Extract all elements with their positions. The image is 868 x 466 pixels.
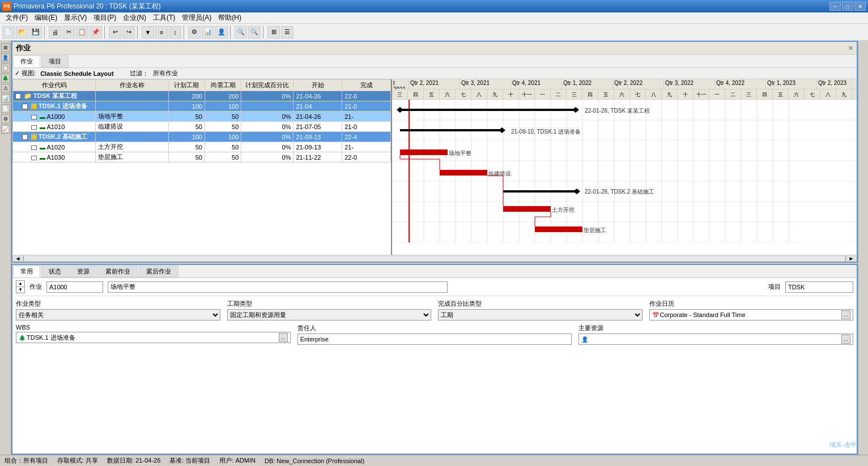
title-bar-controls[interactable]: ─ □ ✕ — [829, 2, 866, 11]
expand-tdsk1[interactable]: − — [22, 104, 28, 109]
tb-copy[interactable]: 📋 — [76, 26, 88, 39]
tb-redo[interactable]: ↪ — [122, 26, 135, 39]
tb-zoom-in[interactable]: 🔍 — [235, 26, 247, 39]
tb-cut[interactable]: ✂ — [62, 26, 75, 39]
duration-type-select[interactable]: 固定工期和资源用量 — [227, 309, 432, 320]
expand-tdsk2[interactable]: − — [22, 134, 28, 140]
month-col: 三 — [741, 89, 757, 99]
cell-rem: 50 — [205, 152, 241, 163]
sidebar-prefs[interactable]: ⚙ — [1, 114, 10, 123]
menu-tools[interactable]: 工具(T) — [150, 12, 178, 24]
calendar-value: Corporate - Standard Full Time — [660, 311, 841, 318]
table-row[interactable]: ▬ A1000 场地平整 50 50 0% 21-04-26 21- — [13, 112, 391, 122]
wbs-label: WBS — [16, 324, 291, 331]
btab-general[interactable]: 常用 — [13, 266, 40, 277]
cell-dur: 50 — [168, 122, 205, 132]
menu-file[interactable]: 文件(F) — [2, 12, 31, 24]
nav-down-icon: ▼ — [16, 287, 24, 293]
cell-name: 垫层施工 — [96, 152, 169, 163]
h-scrollbar[interactable]: ◄ ► — [12, 255, 857, 262]
activity-window-close[interactable]: ✕ — [848, 45, 853, 52]
cell-code: ▬ A1010 — [13, 122, 96, 132]
tb-rows[interactable]: ☰ — [281, 26, 293, 39]
tb-undo[interactable]: ↩ — [109, 26, 121, 39]
table-row[interactable]: − ▣ TDSK.1 进场准备 100 100 21-04 21-0 — [13, 101, 391, 112]
cell-rem: 100 — [205, 101, 241, 112]
table-row[interactable]: ▬ A1030 垫层施工 50 50 0% 21-11-22 22-0 — [13, 152, 391, 163]
scroll-right[interactable]: ► — [845, 255, 857, 262]
tb-schedule[interactable]: ⚙ — [188, 26, 201, 39]
pct-type-select-row: 工期 — [438, 309, 643, 320]
sidebar-reports[interactable]: 📋 — [1, 63, 10, 72]
table-row[interactable]: ▬ A1010 临建搭设 50 50 0% 21-07-05 21-0 — [13, 122, 391, 132]
tb-level[interactable]: 📊 — [202, 26, 214, 39]
tb-new[interactable]: 📄 — [2, 26, 15, 39]
gantt-label-a1030: 垫层施工 — [584, 227, 606, 233]
btab-successors[interactable]: 紧后作业 — [139, 266, 178, 277]
form-item-duration-type: 工期类型 固定工期和资源用量 — [227, 300, 432, 320]
month-col: 八 — [820, 89, 836, 99]
tb-paste[interactable]: 📌 — [90, 26, 102, 39]
table-row[interactable]: − ▣ TDSK.2 基础施工 100 100 0% 21-09-13 22-4 — [13, 132, 391, 142]
sidebar-activities[interactable]: ⊞ — [1, 43, 10, 52]
menu-view[interactable]: 显示(V) — [61, 12, 90, 24]
activity-code-input[interactable] — [46, 281, 103, 293]
milestone-tdsk1-end — [499, 127, 505, 133]
calendar-browse-btn[interactable]: ... — [841, 310, 850, 319]
menu-enterprise[interactable]: 企业(N) — [120, 12, 150, 24]
expand-tdsk[interactable]: − — [15, 93, 21, 99]
tb-sep1 — [44, 26, 46, 39]
tb-open[interactable]: 📂 — [16, 26, 28, 39]
month-col: 二 — [725, 89, 741, 99]
activity-type-select[interactable]: 任务相关 — [16, 309, 220, 320]
scroll-track[interactable] — [25, 256, 844, 260]
menu-project[interactable]: 项目(P) — [90, 12, 120, 24]
menu-admin[interactable]: 管理员(A) — [178, 12, 215, 24]
sidebar-wbs[interactable]: 🌲 — [1, 74, 10, 83]
tb-group[interactable]: ≡ — [155, 26, 168, 39]
table-row[interactable]: − 📁 TDSK 某某工程 200 200 0% 21-04-26 22-0 — [13, 91, 391, 101]
table-row[interactable]: ▬ A1020 土方开挖 50 50 0% 21-09-13 21- — [13, 142, 391, 152]
menu-edit[interactable]: 编辑(E) — [31, 12, 61, 24]
tab-activity[interactable]: 作业 — [13, 55, 40, 67]
tb-cols[interactable]: ⊞ — [267, 26, 280, 39]
btab-resources[interactable]: 资源 — [70, 266, 97, 277]
sidebar-track[interactable]: 📈 — [1, 125, 10, 134]
tb-zoom-out[interactable]: 🔍 — [248, 26, 261, 39]
gantt-section: t 2021 Qtr 2, 2021 Qtr 3, 2021 Qtr 4, 20… — [392, 79, 857, 255]
cell-rem: 200 — [205, 91, 241, 101]
sidebar-risks[interactable]: 📊 — [1, 94, 10, 103]
view-label: ✓ 视图: — [15, 69, 36, 78]
tb-filter[interactable]: ▼ — [142, 26, 154, 39]
activity-window: 作业 ✕ 作业 项目 ✓ 视图: Classic Schedule Layout… — [11, 41, 858, 263]
tb-save[interactable]: 💾 — [29, 26, 42, 39]
sidebar-docs[interactable]: 📄 — [1, 104, 10, 113]
btab-predecessors[interactable]: 紧前作业 — [98, 266, 138, 277]
gantt-bar-a1010 — [440, 170, 487, 176]
gantt-label-tdsk1: 21-09-10, TDSK.1 进场准备 — [511, 129, 581, 135]
project-code-input[interactable] — [785, 281, 853, 293]
nav-up-down[interactable]: ▲ ▼ — [16, 280, 25, 293]
resource-browse-btn[interactable]: ... — [841, 335, 850, 344]
cell-start: 21-04-26 — [293, 112, 342, 122]
scroll-left[interactable]: ◄ — [12, 255, 24, 262]
calendar-label: 作业日历 — [649, 300, 854, 308]
activity-name-input[interactable] — [108, 281, 448, 293]
task-icon: ▬ — [40, 144, 45, 151]
gantt-label-tdsk: 22-01-28, TDSK 某某工程 — [585, 108, 650, 114]
maximize-button[interactable]: □ — [842, 2, 853, 11]
tb-sort[interactable]: ↕ — [169, 26, 181, 39]
tb-print[interactable]: 🖨 — [49, 26, 61, 39]
cell-rem: 100 — [205, 132, 241, 142]
tab-project[interactable]: 项目 — [41, 55, 69, 67]
tb-assign[interactable]: 👤 — [215, 26, 228, 39]
btab-status[interactable]: 状态 — [41, 266, 69, 277]
pct-type-select[interactable]: 工期 — [438, 309, 643, 320]
table-gantt-area: 作业代码 作业名称 计划工期 尚需工期 计划完成百分比 开始 完成 — [12, 79, 857, 255]
wbs-browse-btn[interactable]: ... — [279, 333, 288, 342]
menu-help[interactable]: 帮助(H) — [215, 12, 245, 24]
close-button[interactable]: ✕ — [854, 2, 866, 11]
minimize-button[interactable]: ─ — [829, 2, 841, 11]
sidebar-issues[interactable]: ⚠ — [1, 84, 10, 93]
sidebar-resources[interactable]: 👤 — [1, 53, 10, 62]
